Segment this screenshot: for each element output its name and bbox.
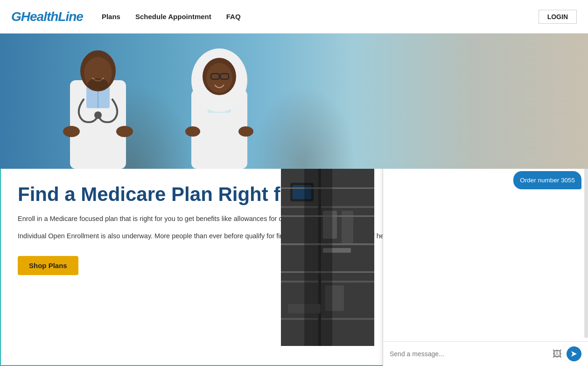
svg-point-5 [88, 78, 108, 90]
equipment-illustration [281, 169, 374, 346]
login-button[interactable]: LOGIN [539, 10, 577, 24]
svg-rect-29 [323, 211, 337, 239]
svg-point-6 [94, 111, 102, 119]
message-5: Order number 3055 [390, 171, 581, 190]
svg-rect-27 [293, 185, 311, 199]
hero-banner [0, 34, 588, 169]
doctor-figure [37, 34, 159, 169]
chat-message-input[interactable] [390, 350, 548, 358]
svg-rect-31 [323, 248, 351, 253]
navbar: GHealthLine Plans Schedule Appointment F… [0, 0, 588, 34]
svg-point-17 [185, 126, 200, 137]
svg-rect-32 [325, 285, 344, 311]
chat-footer: 🖼 [383, 341, 588, 366]
chat-body: Hello 🤖 Hi! How can I help? How can I ge… [383, 169, 588, 341]
image-attachment-icon[interactable]: 🖼 [553, 349, 562, 359]
nav-plans[interactable]: Plans [102, 13, 120, 21]
chat-send-button[interactable] [567, 346, 581, 361]
svg-point-8 [116, 126, 133, 137]
svg-rect-25 [318, 169, 321, 346]
send-icon [571, 351, 577, 357]
nurse-figure [168, 38, 271, 169]
nav-schedule[interactable]: Schedule Appointment [135, 13, 211, 21]
svg-rect-28 [288, 304, 321, 313]
chat-panel: Message Us Hello 🤖 Hi! How can I help? H… [383, 169, 588, 366]
svg-rect-24 [281, 318, 374, 320]
main-section: Find a Medicare Plan Right for You Enrol… [0, 169, 588, 366]
logo[interactable]: GHealthLine [11, 9, 83, 24]
svg-marker-33 [571, 351, 577, 357]
chat-scrollbar[interactable] [584, 169, 588, 338]
content-image [281, 169, 374, 346]
shop-plans-button[interactable]: Shop Plans [18, 256, 78, 275]
svg-point-18 [238, 126, 253, 137]
svg-point-7 [63, 126, 80, 137]
svg-rect-23 [281, 281, 374, 283]
svg-rect-30 [342, 211, 353, 243]
nav-links: Plans Schedule Appointment FAQ [102, 13, 539, 21]
svg-rect-22 [281, 243, 374, 245]
nav-faq[interactable]: FAQ [226, 13, 241, 21]
svg-rect-21 [281, 206, 374, 208]
bubble-order-number: Order number 3055 [513, 171, 581, 190]
